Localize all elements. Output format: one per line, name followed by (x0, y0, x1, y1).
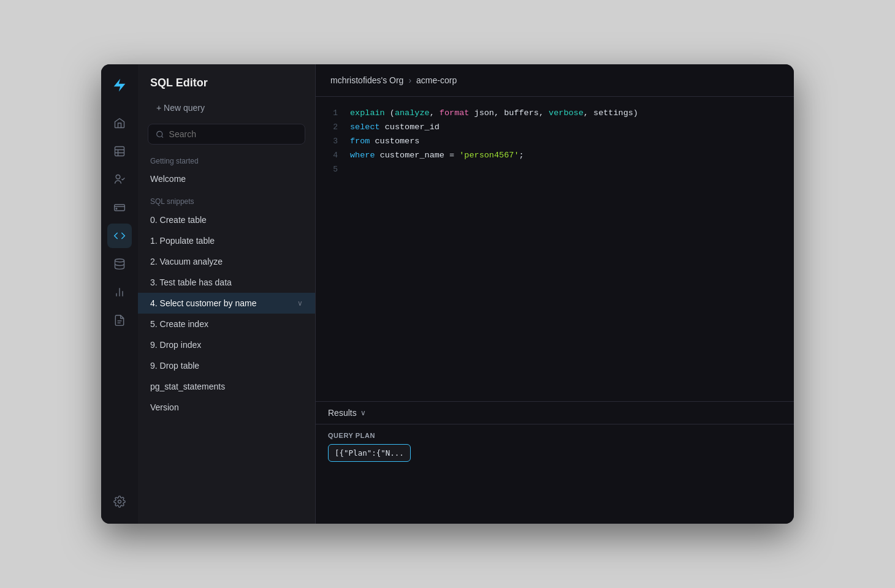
nav-home[interactable] (107, 111, 132, 135)
nav-logs[interactable] (107, 308, 132, 333)
results-header: Results ∨ (316, 402, 794, 424)
nav-sql-editor[interactable] (107, 224, 132, 248)
nav-table-editor[interactable] (107, 139, 132, 164)
search-input[interactable] (169, 129, 297, 139)
sql-snippets-label: SQL snippets (138, 189, 315, 209)
svg-line-15 (161, 136, 162, 137)
sidebar-item-label: 2. Vacuum analyze (150, 257, 223, 266)
svg-point-4 (116, 175, 120, 179)
column-header: QUERY PLAN (328, 432, 782, 439)
svg-point-7 (115, 259, 124, 262)
nav-reports[interactable] (107, 280, 132, 304)
chevron-down-icon: ∨ (297, 299, 303, 307)
sidebar-item-create-table[interactable]: 0. Create table (138, 209, 315, 230)
code-content-3: from customers (350, 135, 419, 149)
results-label: Results (328, 408, 357, 418)
sidebar-item-label: 1. Populate table (150, 236, 215, 246)
code-line-1: 1 explain (analyze, format json, buffers… (328, 107, 782, 121)
nav-database[interactable] (107, 252, 132, 276)
code-content-2: select customer_id (350, 121, 440, 135)
code-content-1: explain (analyze, format json, buffers, … (350, 107, 638, 121)
line-num-3: 3 (328, 135, 338, 148)
sidebar-item-label: Version (150, 402, 179, 412)
sidebar-item-create-index[interactable]: 5. Create index (138, 314, 315, 334)
sidebar-item-welcome[interactable]: Welcome (138, 169, 315, 189)
getting-started-label: Getting started (138, 154, 315, 169)
sidebar-item-version[interactable]: Version (138, 397, 315, 418)
svg-point-13 (118, 500, 121, 503)
sidebar-item-label: pg_stat_statements (150, 382, 225, 391)
results-body: QUERY PLAN [{"Plan":{"N... (316, 424, 794, 469)
app-window: SQL Editor + New query Getting started W… (101, 64, 794, 524)
sidebar-item-label: 0. Create table (150, 215, 207, 225)
nav-storage[interactable] (107, 195, 132, 220)
code-line-4: 4 where customer_name = 'person4567'; (328, 149, 782, 163)
breadcrumb: mchristofides's Org › acme-corp (316, 64, 794, 97)
sidebar-item-vacuum-analyze[interactable]: 2. Vacuum analyze (138, 251, 315, 272)
search-bar (148, 124, 305, 145)
breadcrumb-org: mchristofides's Org (330, 75, 403, 85)
breadcrumb-project: acme-corp (416, 75, 457, 85)
line-num-5: 5 (328, 163, 338, 176)
svg-point-6 (116, 208, 117, 209)
line-num-1: 1 (328, 107, 338, 120)
svg-rect-5 (115, 205, 125, 211)
sidebar-item-pg-stat[interactable]: pg_stat_statements (138, 376, 315, 397)
breadcrumb-separator: › (408, 75, 411, 85)
new-query-button[interactable]: + New query (148, 99, 305, 116)
sidebar-title: SQL Editor (150, 77, 208, 89)
svg-rect-0 (115, 147, 124, 156)
sidebar-item-label: 3. Test table has data (150, 277, 232, 287)
code-line-3: 3 from customers (328, 135, 782, 149)
sidebar-item-label: 4. Select customer by name (150, 298, 257, 308)
code-content-4: where customer_name = 'person4567'; (350, 149, 524, 163)
line-num-4: 4 (328, 149, 338, 162)
results-chevron-icon[interactable]: ∨ (360, 409, 366, 417)
sidebar-item-label: 9. Drop table (150, 361, 199, 371)
sidebar-item-label: 5. Create index (150, 319, 208, 329)
sidebar-item-drop-index[interactable]: 9. Drop index (138, 334, 315, 355)
app-logo (109, 74, 131, 96)
sidebar-header: SQL Editor (138, 64, 315, 99)
sidebar-item-drop-table[interactable]: 9. Drop table (138, 355, 315, 376)
code-line-5: 5 (328, 163, 782, 176)
nav-settings[interactable] (107, 489, 132, 514)
sidebar-item-select-customer[interactable]: 4. Select customer by name ∨ (138, 293, 315, 314)
search-icon (156, 130, 164, 139)
sidebar-item-populate-table[interactable]: 1. Populate table (138, 230, 315, 251)
code-editor[interactable]: 1 explain (analyze, format json, buffers… (316, 97, 794, 401)
sidebar: SQL Editor + New query Getting started W… (138, 64, 316, 524)
sidebar-item-test-table[interactable]: 3. Test table has data (138, 272, 315, 293)
new-query-label: + New query (156, 103, 205, 113)
svg-point-14 (157, 131, 162, 137)
code-line-2: 2 select customer_id (328, 121, 782, 135)
main-content: mchristofides's Org › acme-corp 1 explai… (316, 64, 794, 524)
line-num-2: 2 (328, 121, 338, 134)
results-panel: Results ∨ QUERY PLAN [{"Plan":{"N... (316, 401, 794, 524)
sidebar-item-label: 9. Drop index (150, 340, 201, 350)
icon-bar (101, 64, 138, 524)
data-cell[interactable]: [{"Plan":{"N... (328, 444, 411, 462)
nav-auth[interactable] (107, 167, 132, 192)
